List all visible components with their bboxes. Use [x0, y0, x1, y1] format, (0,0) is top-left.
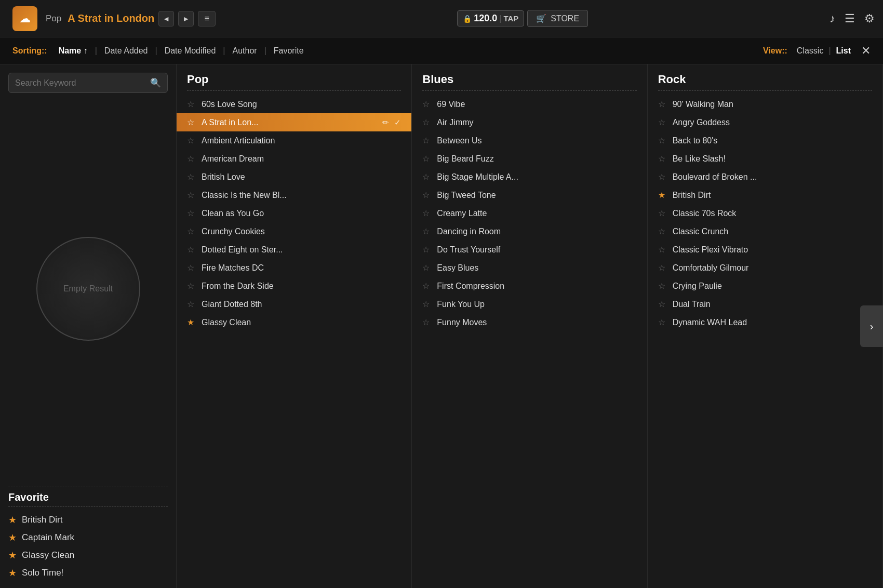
- preset-item[interactable]: ☆ Crunchy Cookies: [177, 222, 411, 240]
- sort-name[interactable]: Name ↑: [51, 46, 95, 56]
- empty-result-label: Empty Result: [63, 284, 113, 293]
- preset-item[interactable]: ☆ A Strat in Lon... ✏ ✓: [177, 113, 411, 131]
- sort-date-added[interactable]: Date Added: [97, 46, 155, 56]
- fav-item[interactable]: ★ Glassy Clean: [8, 546, 168, 564]
- preset-item[interactable]: ☆ Crying Paulie: [648, 277, 882, 295]
- preset-item[interactable]: ☆ Comfortably Gilmour: [648, 259, 882, 277]
- item-star-icon: ☆: [187, 245, 196, 255]
- item-name: British Dirt: [673, 191, 872, 200]
- item-name: Crying Paulie: [673, 282, 872, 291]
- fav-item[interactable]: ★ Solo Time!: [8, 564, 168, 582]
- preset-item[interactable]: ☆ Big Beard Fuzz: [412, 150, 647, 168]
- item-star-icon: ☆: [187, 299, 196, 309]
- bpm-area: 🔒 120.0 | TAP 🛒 STORE: [457, 10, 588, 27]
- store-button[interactable]: 🛒 STORE: [527, 10, 588, 27]
- preset-item[interactable]: ☆ Easy Blues: [412, 259, 647, 277]
- preset-item[interactable]: ☆ Fire Matches DC: [177, 259, 411, 277]
- sort-date-modified[interactable]: Date Modified: [157, 46, 223, 56]
- col-blues-list: ☆ 69 Vibe ☆ Air Jimmy ☆ Between Us ☆ Bi: [412, 95, 647, 588]
- preset-item[interactable]: ☆ Big Stage Multiple A...: [412, 168, 647, 186]
- sort-author[interactable]: Author: [225, 46, 264, 56]
- prev-arrow[interactable]: ◄: [158, 11, 174, 26]
- preset-item[interactable]: ☆ Classic 70s Rock: [648, 204, 882, 222]
- fav-item-name: Solo Time!: [22, 568, 63, 578]
- sort-favorite[interactable]: Favorite: [266, 46, 311, 56]
- item-name: Funk You Up: [437, 300, 636, 309]
- fav-star-icon: ★: [8, 514, 17, 526]
- preset-item[interactable]: ☆ Funk You Up: [412, 295, 647, 313]
- preset-item[interactable]: ☆ British Love: [177, 168, 411, 186]
- fav-item-name: Glassy Clean: [22, 550, 74, 560]
- preset-item[interactable]: ☆ Funny Moves: [412, 313, 647, 331]
- view-list[interactable]: List: [831, 46, 856, 56]
- preset-item[interactable]: ★ Glassy Clean: [177, 313, 411, 331]
- item-name: Boulevard of Broken ...: [673, 172, 872, 182]
- item-name: First Compression: [437, 282, 636, 291]
- fav-item[interactable]: ★ Captain Mark: [8, 529, 168, 546]
- preset-item[interactable]: ★ British Dirt: [648, 186, 882, 204]
- preset-item[interactable]: ☆ Dynamic WAH Lead: [648, 313, 882, 331]
- preset-item[interactable]: ☆ Air Jimmy: [412, 113, 647, 131]
- item-name: Angry Goddess: [673, 118, 872, 127]
- preset-item[interactable]: ☆ Classic Crunch: [648, 222, 882, 240]
- check-icon[interactable]: ✓: [394, 118, 401, 127]
- list-icon[interactable]: ☰: [845, 12, 855, 25]
- close-button[interactable]: ✕: [861, 44, 871, 58]
- preset-nav: Pop A Strat in London ◄ ► ≡: [46, 11, 216, 26]
- item-name: Big Stage Multiple A...: [437, 172, 636, 182]
- edit-icon[interactable]: ✏: [382, 118, 389, 127]
- columns-area: Pop ☆ 60s Love Song ☆ A Strat in Lon... …: [177, 64, 883, 588]
- preset-item[interactable]: ☆ Big Tweed Tone: [412, 186, 647, 204]
- item-name: Big Tweed Tone: [437, 191, 636, 200]
- preset-item[interactable]: ☆ Clean as You Go: [177, 204, 411, 222]
- menu-icon[interactable]: ≡: [198, 11, 216, 26]
- preset-item[interactable]: ☆ Giant Dotted 8th: [177, 295, 411, 313]
- preset-item[interactable]: ☆ Between Us: [412, 131, 647, 150]
- item-name: Do Trust Yourself: [437, 245, 636, 255]
- preset-item[interactable]: ☆ Ambient Articulation: [177, 131, 411, 150]
- col-rock-list: ☆ 90' Walking Man ☆ Angry Goddess ☆ Back…: [648, 95, 882, 588]
- view-classic[interactable]: Classic: [792, 46, 829, 56]
- preset-item[interactable]: ☆ Classic Is the New Bl...: [177, 186, 411, 204]
- item-star-icon: ☆: [187, 208, 196, 218]
- preset-item[interactable]: ☆ From the Dark Side: [177, 277, 411, 295]
- item-star-icon: ☆: [422, 208, 432, 218]
- logo-icon[interactable]: ☁: [12, 6, 37, 31]
- gear-icon[interactable]: ⚙: [864, 12, 875, 25]
- item-name: 90' Walking Man: [673, 100, 872, 109]
- preset-item[interactable]: ☆ American Dream: [177, 150, 411, 168]
- search-icon[interactable]: 🔍: [150, 77, 161, 88]
- preset-item[interactable]: ☆ 60s Love Song: [177, 95, 411, 113]
- preset-item[interactable]: ☆ Do Trust Yourself: [412, 240, 647, 259]
- preset-item[interactable]: ☆ Angry Goddess: [648, 113, 882, 131]
- preset-item[interactable]: ☆ First Compression: [412, 277, 647, 295]
- scroll-right-button[interactable]: ›: [860, 305, 883, 347]
- preset-item[interactable]: ☆ Dotted Eight on Ster...: [177, 240, 411, 259]
- preset-item[interactable]: ☆ Dancing in Room: [412, 222, 647, 240]
- preset-item[interactable]: ☆ Boulevard of Broken ...: [648, 168, 882, 186]
- item-star-icon[interactable]: ☆: [187, 117, 196, 127]
- preset-item[interactable]: ☆ Back to 80's: [648, 131, 882, 150]
- item-star-icon: ★: [658, 190, 667, 200]
- preset-item[interactable]: ☆ Dual Train: [648, 295, 882, 313]
- preset-item[interactable]: ☆ Creamy Latte: [412, 204, 647, 222]
- item-star-icon: ★: [187, 317, 196, 327]
- item-star-icon: ☆: [658, 263, 667, 273]
- note-icon[interactable]: ♪: [830, 12, 835, 25]
- search-input[interactable]: [15, 78, 150, 88]
- tap-button[interactable]: TAP: [503, 14, 518, 23]
- bpm-box[interactable]: 🔒 120.0 | TAP: [457, 10, 524, 26]
- preset-item[interactable]: ☆ Classic Plexi Vibrato: [648, 240, 882, 259]
- next-arrow[interactable]: ►: [178, 11, 194, 26]
- preset-item[interactable]: ☆ 90' Walking Man: [648, 95, 882, 113]
- item-name: Classic Crunch: [673, 227, 872, 236]
- fav-item[interactable]: ★ British Dirt: [8, 511, 168, 529]
- search-box[interactable]: 🔍: [8, 73, 168, 93]
- item-name: From the Dark Side: [202, 282, 401, 291]
- item-name: Creamy Latte: [437, 209, 636, 218]
- view-section: View:: Classic | List ✕: [763, 44, 871, 58]
- preset-item[interactable]: ☆ 69 Vibe: [412, 95, 647, 113]
- item-name: Dancing in Room: [437, 227, 636, 236]
- preset-item[interactable]: ☆ Be Like Slash!: [648, 150, 882, 168]
- item-star-icon: ☆: [658, 226, 667, 236]
